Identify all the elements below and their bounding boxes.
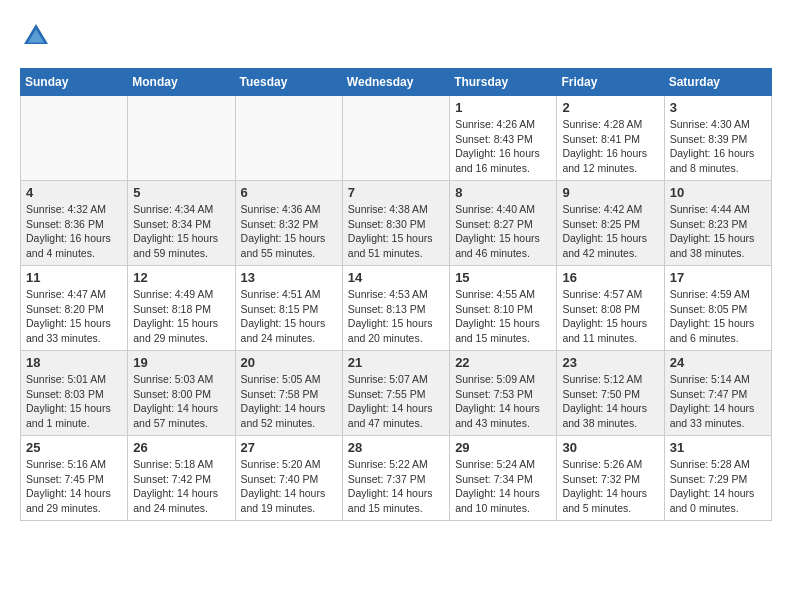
day-header-wednesday: Wednesday	[342, 69, 449, 96]
day-info: Sunrise: 4:26 AM Sunset: 8:43 PM Dayligh…	[455, 117, 551, 176]
calendar-cell: 1Sunrise: 4:26 AM Sunset: 8:43 PM Daylig…	[450, 96, 557, 181]
day-header-tuesday: Tuesday	[235, 69, 342, 96]
logo-icon	[20, 20, 52, 52]
day-info: Sunrise: 4:28 AM Sunset: 8:41 PM Dayligh…	[562, 117, 658, 176]
day-number: 26	[133, 440, 229, 455]
calendar-cell	[21, 96, 128, 181]
day-info: Sunrise: 4:55 AM Sunset: 8:10 PM Dayligh…	[455, 287, 551, 346]
calendar-cell: 24Sunrise: 5:14 AM Sunset: 7:47 PM Dayli…	[664, 351, 771, 436]
day-number: 8	[455, 185, 551, 200]
day-number: 13	[241, 270, 337, 285]
page-header	[20, 20, 772, 52]
day-number: 5	[133, 185, 229, 200]
calendar-cell: 31Sunrise: 5:28 AM Sunset: 7:29 PM Dayli…	[664, 436, 771, 521]
day-info: Sunrise: 5:28 AM Sunset: 7:29 PM Dayligh…	[670, 457, 766, 516]
calendar-cell: 10Sunrise: 4:44 AM Sunset: 8:23 PM Dayli…	[664, 181, 771, 266]
calendar-cell: 18Sunrise: 5:01 AM Sunset: 8:03 PM Dayli…	[21, 351, 128, 436]
day-number: 2	[562, 100, 658, 115]
week-row-4: 18Sunrise: 5:01 AM Sunset: 8:03 PM Dayli…	[21, 351, 772, 436]
day-number: 21	[348, 355, 444, 370]
calendar-cell	[342, 96, 449, 181]
day-number: 11	[26, 270, 122, 285]
day-number: 23	[562, 355, 658, 370]
days-header-row: SundayMondayTuesdayWednesdayThursdayFrid…	[21, 69, 772, 96]
day-number: 7	[348, 185, 444, 200]
calendar-cell: 8Sunrise: 4:40 AM Sunset: 8:27 PM Daylig…	[450, 181, 557, 266]
day-info: Sunrise: 5:20 AM Sunset: 7:40 PM Dayligh…	[241, 457, 337, 516]
day-header-monday: Monday	[128, 69, 235, 96]
day-info: Sunrise: 5:16 AM Sunset: 7:45 PM Dayligh…	[26, 457, 122, 516]
calendar-cell: 22Sunrise: 5:09 AM Sunset: 7:53 PM Dayli…	[450, 351, 557, 436]
day-info: Sunrise: 4:53 AM Sunset: 8:13 PM Dayligh…	[348, 287, 444, 346]
day-info: Sunrise: 4:34 AM Sunset: 8:34 PM Dayligh…	[133, 202, 229, 261]
day-number: 27	[241, 440, 337, 455]
day-info: Sunrise: 5:01 AM Sunset: 8:03 PM Dayligh…	[26, 372, 122, 431]
calendar-cell: 6Sunrise: 4:36 AM Sunset: 8:32 PM Daylig…	[235, 181, 342, 266]
calendar-cell: 23Sunrise: 5:12 AM Sunset: 7:50 PM Dayli…	[557, 351, 664, 436]
day-number: 4	[26, 185, 122, 200]
calendar-cell: 20Sunrise: 5:05 AM Sunset: 7:58 PM Dayli…	[235, 351, 342, 436]
calendar-cell	[128, 96, 235, 181]
week-row-3: 11Sunrise: 4:47 AM Sunset: 8:20 PM Dayli…	[21, 266, 772, 351]
week-row-5: 25Sunrise: 5:16 AM Sunset: 7:45 PM Dayli…	[21, 436, 772, 521]
calendar-cell: 25Sunrise: 5:16 AM Sunset: 7:45 PM Dayli…	[21, 436, 128, 521]
day-number: 15	[455, 270, 551, 285]
day-number: 28	[348, 440, 444, 455]
day-number: 25	[26, 440, 122, 455]
calendar-cell: 7Sunrise: 4:38 AM Sunset: 8:30 PM Daylig…	[342, 181, 449, 266]
calendar-cell: 27Sunrise: 5:20 AM Sunset: 7:40 PM Dayli…	[235, 436, 342, 521]
calendar-cell: 29Sunrise: 5:24 AM Sunset: 7:34 PM Dayli…	[450, 436, 557, 521]
day-number: 30	[562, 440, 658, 455]
calendar-cell: 21Sunrise: 5:07 AM Sunset: 7:55 PM Dayli…	[342, 351, 449, 436]
day-header-saturday: Saturday	[664, 69, 771, 96]
calendar-cell: 28Sunrise: 5:22 AM Sunset: 7:37 PM Dayli…	[342, 436, 449, 521]
logo	[20, 20, 56, 52]
calendar-cell: 5Sunrise: 4:34 AM Sunset: 8:34 PM Daylig…	[128, 181, 235, 266]
day-info: Sunrise: 4:57 AM Sunset: 8:08 PM Dayligh…	[562, 287, 658, 346]
day-info: Sunrise: 4:59 AM Sunset: 8:05 PM Dayligh…	[670, 287, 766, 346]
day-number: 19	[133, 355, 229, 370]
day-info: Sunrise: 4:36 AM Sunset: 8:32 PM Dayligh…	[241, 202, 337, 261]
day-info: Sunrise: 5:07 AM Sunset: 7:55 PM Dayligh…	[348, 372, 444, 431]
day-info: Sunrise: 4:44 AM Sunset: 8:23 PM Dayligh…	[670, 202, 766, 261]
calendar-table: SundayMondayTuesdayWednesdayThursdayFrid…	[20, 68, 772, 521]
day-info: Sunrise: 4:32 AM Sunset: 8:36 PM Dayligh…	[26, 202, 122, 261]
calendar-cell: 26Sunrise: 5:18 AM Sunset: 7:42 PM Dayli…	[128, 436, 235, 521]
day-info: Sunrise: 5:24 AM Sunset: 7:34 PM Dayligh…	[455, 457, 551, 516]
day-header-friday: Friday	[557, 69, 664, 96]
day-number: 12	[133, 270, 229, 285]
day-info: Sunrise: 4:30 AM Sunset: 8:39 PM Dayligh…	[670, 117, 766, 176]
calendar-cell: 4Sunrise: 4:32 AM Sunset: 8:36 PM Daylig…	[21, 181, 128, 266]
day-number: 17	[670, 270, 766, 285]
day-number: 9	[562, 185, 658, 200]
calendar-cell: 19Sunrise: 5:03 AM Sunset: 8:00 PM Dayli…	[128, 351, 235, 436]
calendar-cell: 2Sunrise: 4:28 AM Sunset: 8:41 PM Daylig…	[557, 96, 664, 181]
day-info: Sunrise: 4:49 AM Sunset: 8:18 PM Dayligh…	[133, 287, 229, 346]
day-number: 18	[26, 355, 122, 370]
calendar-cell: 11Sunrise: 4:47 AM Sunset: 8:20 PM Dayli…	[21, 266, 128, 351]
day-number: 1	[455, 100, 551, 115]
calendar-cell: 16Sunrise: 4:57 AM Sunset: 8:08 PM Dayli…	[557, 266, 664, 351]
day-number: 31	[670, 440, 766, 455]
calendar-cell: 15Sunrise: 4:55 AM Sunset: 8:10 PM Dayli…	[450, 266, 557, 351]
day-info: Sunrise: 5:09 AM Sunset: 7:53 PM Dayligh…	[455, 372, 551, 431]
calendar-cell: 17Sunrise: 4:59 AM Sunset: 8:05 PM Dayli…	[664, 266, 771, 351]
day-number: 16	[562, 270, 658, 285]
day-info: Sunrise: 5:03 AM Sunset: 8:00 PM Dayligh…	[133, 372, 229, 431]
calendar-cell: 30Sunrise: 5:26 AM Sunset: 7:32 PM Dayli…	[557, 436, 664, 521]
day-number: 14	[348, 270, 444, 285]
calendar-cell: 12Sunrise: 4:49 AM Sunset: 8:18 PM Dayli…	[128, 266, 235, 351]
calendar-cell: 14Sunrise: 4:53 AM Sunset: 8:13 PM Dayli…	[342, 266, 449, 351]
day-number: 29	[455, 440, 551, 455]
day-number: 22	[455, 355, 551, 370]
week-row-1: 1Sunrise: 4:26 AM Sunset: 8:43 PM Daylig…	[21, 96, 772, 181]
day-info: Sunrise: 5:26 AM Sunset: 7:32 PM Dayligh…	[562, 457, 658, 516]
calendar-cell: 3Sunrise: 4:30 AM Sunset: 8:39 PM Daylig…	[664, 96, 771, 181]
day-number: 3	[670, 100, 766, 115]
day-number: 20	[241, 355, 337, 370]
week-row-2: 4Sunrise: 4:32 AM Sunset: 8:36 PM Daylig…	[21, 181, 772, 266]
calendar-cell: 9Sunrise: 4:42 AM Sunset: 8:25 PM Daylig…	[557, 181, 664, 266]
day-number: 24	[670, 355, 766, 370]
day-number: 6	[241, 185, 337, 200]
day-number: 10	[670, 185, 766, 200]
